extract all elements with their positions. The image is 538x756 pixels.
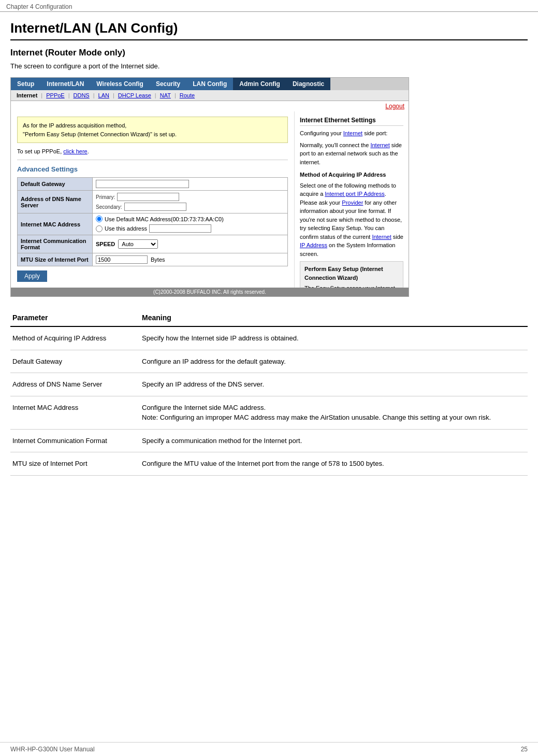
logout-link[interactable]: Logout [385, 103, 404, 110]
value-dns-server: Primary: Secondary: [93, 191, 288, 213]
value-mac-address: Use Default MAC Address(00:1D:73:73:AA:C… [93, 213, 288, 235]
chapter-title: Chapter 4 Configuration [6, 3, 72, 10]
info-line2: "Perform Easy Setup (Internet Connection… [23, 130, 282, 139]
param-name: Default Gateway [10, 350, 140, 373]
value-mtu: Bytes [93, 253, 288, 266]
sub-nav-nat[interactable]: NAT [157, 92, 173, 99]
provider-link[interactable]: Provider [342, 199, 363, 206]
page-title: Internet/LAN (LAN Config) [10, 20, 528, 40]
chapter-header: Chapter 4 Configuration [0, 0, 538, 12]
param-meaning: Specify a communication method for the I… [140, 429, 528, 452]
parameter-table: Parameter Meaning Method of Acquiring IP… [10, 309, 528, 476]
param-name: MTU size of Internet Port [10, 452, 140, 476]
radio-mac-custom[interactable] [96, 225, 103, 232]
table-row-comm-format: Internet Communication Format SPEED Auto… [18, 235, 288, 253]
router-footer: (C)2000-2008 BUFFALO INC. All rights res… [11, 288, 409, 296]
speed-select[interactable]: Auto 10M Half 10M Full 100M Half 100M Fu… [118, 239, 158, 249]
param-name: Internet MAC Address [10, 396, 140, 429]
input-dns-secondary[interactable] [124, 203, 186, 211]
nav-tab-security[interactable]: Security [150, 78, 186, 90]
table-row: Internet Communication FormatSpecify a c… [10, 429, 528, 452]
internet-link-1[interactable]: Internet [343, 130, 362, 136]
input-default-gateway[interactable] [96, 180, 189, 188]
mac-custom-label: Use this address [105, 225, 147, 232]
router-right-panel: Internet Ethernet Settings Configuring y… [295, 111, 409, 288]
table-row-dns: Address of DNS Name Server Primary: Seco… [18, 191, 288, 213]
input-mac-custom[interactable] [149, 224, 211, 233]
sub-nav-ddns[interactable]: DDNS [71, 92, 92, 99]
sub-nav-dhcp-lease[interactable]: DHCP Lease [115, 92, 154, 99]
nav-tabs-bar: Setup Internet/LAN Wireless Config Secur… [11, 78, 409, 90]
click-here-link[interactable]: click here [63, 148, 87, 154]
param-name: Internet Communication Format [10, 429, 140, 452]
input-dns-primary[interactable] [117, 193, 179, 201]
mtu-row: Bytes [96, 255, 284, 264]
value-default-gateway [93, 178, 288, 191]
input-mtu[interactable] [96, 255, 148, 264]
info-box: As for the IP address acquisition method… [17, 117, 288, 143]
method-title: Method of Acquiring IP Address [300, 170, 403, 179]
nav-tab-lan-config[interactable]: LAN Config [186, 78, 233, 90]
nav-tab-wireless-config[interactable]: Wireless Config [90, 78, 150, 90]
internet-link-2[interactable]: Internet [370, 142, 389, 148]
table-row: Internet MAC AddressConfigure the Intern… [10, 396, 528, 429]
nav-tab-setup[interactable]: Setup [11, 78, 40, 90]
param-meaning: Specify an IP address of the DNS server. [140, 373, 528, 396]
internet-link-3[interactable]: Internet port IP Address [325, 191, 384, 197]
internet-link-4[interactable]: Internet [372, 234, 391, 240]
router-ui-screenshot: Setup Internet/LAN Wireless Config Secur… [10, 77, 409, 297]
label-mtu: MTU Size of Internet Port [18, 253, 93, 266]
apply-button[interactable]: Apply [17, 270, 47, 282]
param-meaning: Configure the Internet side MAC address.… [140, 396, 528, 429]
mac-custom-option: Use this address [96, 224, 284, 233]
normally-text: Normally, you'll connect the Internet si… [300, 141, 403, 167]
param-meaning: Configure an IP address for the default … [140, 350, 528, 373]
mac-default-option: Use Default MAC Address(00:1D:73:73:AA:C… [96, 216, 284, 222]
sub-nav-lan[interactable]: LAN [96, 92, 112, 99]
param-meaning: Configure the MTU value of the Internet … [140, 452, 528, 476]
table-row-gateway: Default Gateway [18, 178, 288, 191]
label-mac-address: Internet MAC Address [18, 213, 93, 235]
wizard-box: Perform Easy Setup (Internet Connection … [300, 261, 403, 288]
param-table-header-row: Parameter Meaning [10, 309, 528, 326]
method-desc: Select one of the following methods to a… [300, 181, 403, 259]
advanced-settings-title: Advanced Settings [17, 165, 288, 173]
page-content: Internet/LAN (LAN Config) Internet (Rout… [0, 12, 538, 484]
pppoe-setup-text: To set up PPPoE, click here. [17, 148, 288, 154]
speed-label: SPEED [96, 241, 115, 247]
ip-address-link[interactable]: IP Address [300, 242, 327, 248]
mac-options: Use Default MAC Address(00:1D:73:73:AA:C… [96, 216, 284, 233]
table-row: Address of DNS Name ServerSpecify an IP … [10, 373, 528, 396]
radio-mac-default[interactable] [96, 216, 103, 222]
table-row-mtu: MTU Size of Internet Port Bytes [18, 253, 288, 266]
intro-text: The screen to configure a port of the In… [10, 62, 528, 70]
param-name: Method of Acquiring IP Address [10, 326, 140, 350]
sub-nav-internet[interactable]: Internet [14, 92, 40, 99]
router-main-content: As for the IP address acquisition method… [11, 111, 409, 288]
divider [17, 160, 288, 160]
info-line1: As for the IP address acquisition method… [23, 121, 282, 130]
section-title: Internet (Router Mode only) [10, 48, 528, 58]
mac-default-label: Use Default MAC Address(00:1D:73:73:AA:C… [105, 216, 224, 222]
param-meaning: Specify how the Internet side IP address… [140, 326, 528, 350]
right-content: Configuring your Internet side port: Nor… [300, 129, 403, 288]
dns-secondary-label: Secondary: [96, 204, 122, 210]
nav-tab-internet-lan[interactable]: Internet/LAN [40, 78, 90, 90]
nav-tab-admin-config[interactable]: Admin Config [233, 78, 286, 90]
table-row: MTU size of Internet PortConfigure the M… [10, 452, 528, 476]
label-comm-format: Internet Communication Format [18, 235, 93, 253]
sub-nav-bar: Internet | PPPoE | DDNS | LAN | DHCP Lea… [11, 90, 409, 101]
logout-row: Logout [11, 101, 409, 111]
footer-left: WHR-HP-G300N User Manual [10, 746, 95, 753]
wizard-title: Perform Easy Setup (Internet Connection … [304, 265, 399, 282]
label-dns-server: Address of DNS Name Server [18, 191, 93, 213]
sub-nav-pppoe[interactable]: PPPoE [43, 92, 67, 99]
value-comm-format: SPEED Auto 10M Half 10M Full 100M Half 1… [93, 235, 288, 253]
sub-nav-route[interactable]: Route [177, 92, 197, 99]
wizard-desc: The Easy Setup scans your Internet conne… [304, 284, 399, 288]
table-row: Default GatewayConfigure an IP address f… [10, 350, 528, 373]
config-text: Configuring your Internet side port: [300, 129, 403, 138]
param-header-meaning: Meaning [140, 309, 528, 326]
page-footer: WHR-HP-G300N User Manual 25 [0, 742, 538, 756]
nav-tab-diagnostic[interactable]: Diagnostic [286, 78, 330, 90]
